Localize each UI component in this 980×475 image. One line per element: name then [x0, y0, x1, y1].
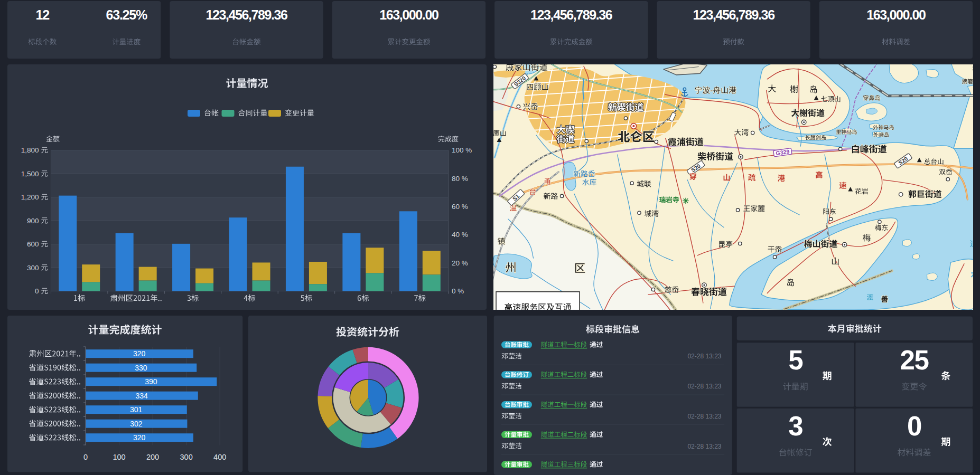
svg-text:02-28 13:23: 02-28 13:23	[687, 353, 721, 360]
svg-text:302: 302	[130, 420, 143, 428]
svg-text:25: 25	[900, 345, 929, 375]
svg-text:900: 900	[27, 217, 39, 225]
svg-text:63.25%: 63.25%	[106, 7, 147, 22]
svg-text:123,456,789.36: 123,456,789.36	[530, 7, 612, 22]
svg-text:1,200: 1,200	[21, 193, 39, 201]
svg-text:40 %: 40 %	[452, 231, 468, 239]
svg-text:3: 3	[788, 411, 802, 441]
svg-text:02-28 13:23: 02-28 13:23	[687, 383, 721, 390]
svg-text:02-28 13:23: 02-28 13:23	[687, 413, 721, 420]
svg-text:1,800: 1,800	[21, 146, 39, 154]
svg-text:5: 5	[788, 345, 802, 375]
svg-text:320: 320	[133, 433, 146, 442]
svg-text:330: 330	[135, 364, 147, 372]
svg-text:390: 390	[145, 377, 157, 386]
svg-text:123,456,789.36: 123,456,789.36	[206, 7, 287, 22]
svg-text:400: 400	[213, 453, 226, 461]
svg-text:0 %: 0 %	[452, 287, 464, 295]
svg-text:12: 12	[35, 7, 49, 22]
svg-text:1,500: 1,500	[21, 170, 39, 178]
svg-text:300: 300	[27, 264, 39, 272]
svg-text:100: 100	[113, 453, 125, 461]
svg-text:123,456,789.36: 123,456,789.36	[693, 7, 774, 22]
svg-text:80 %: 80 %	[452, 175, 468, 183]
svg-text:320: 320	[133, 349, 146, 358]
svg-text:02-28 13:23: 02-28 13:23	[687, 443, 721, 450]
svg-text:100 %: 100 %	[452, 146, 472, 154]
svg-text:600: 600	[27, 240, 39, 248]
svg-text:163,000.00: 163,000.00	[379, 7, 438, 22]
svg-text:0: 0	[35, 287, 39, 295]
svg-text:300: 300	[180, 453, 193, 461]
svg-text:20 %: 20 %	[452, 259, 468, 267]
svg-text:301: 301	[130, 405, 143, 414]
svg-text:60 %: 60 %	[452, 203, 468, 211]
svg-text:163,000.00: 163,000.00	[866, 7, 926, 22]
svg-text:0: 0	[907, 411, 921, 441]
svg-text:0: 0	[83, 453, 88, 461]
svg-text:200: 200	[146, 453, 159, 461]
svg-text:334: 334	[135, 392, 148, 400]
